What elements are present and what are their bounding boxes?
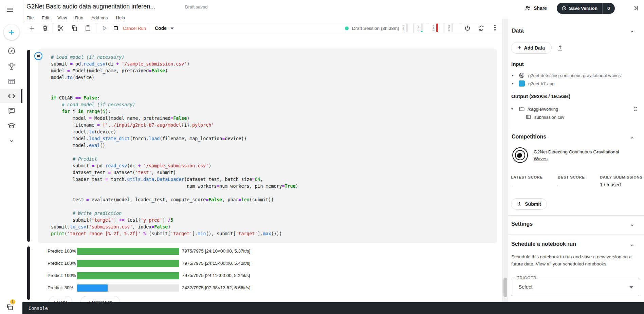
- sidebar-more-icon[interactable]: [6, 135, 17, 147]
- notebook-title[interactable]: G2Net Basic audio data augmentation infe…: [26, 3, 155, 10]
- refresh-output-icon[interactable]: [633, 106, 638, 112]
- stop-run-button[interactable]: [112, 24, 119, 32]
- data-collapse-icon[interactable]: [629, 29, 635, 34]
- competition-name-line2[interactable]: Waves: [534, 155, 636, 162]
- run-cell-button[interactable]: [101, 24, 108, 32]
- copy-cell-icon[interactable]: [71, 24, 78, 32]
- code-line: submit = pd.read_csv(di + '/sample_submi…: [51, 61, 497, 68]
- trigger-select[interactable]: TRIGGER Select: [511, 278, 639, 296]
- progress-row: Predict: 30%2432/7975 [07:38<13:52, 6.66…: [48, 284, 421, 292]
- panel-scrollbar-thumb[interactable]: [503, 278, 507, 297]
- cancel-run-button[interactable]: Cancel Run: [123, 26, 146, 31]
- cut-cell-icon[interactable]: [57, 24, 64, 32]
- upload-data-icon[interactable]: [557, 44, 564, 51]
- progress-label: Predict: 100%: [48, 273, 76, 278]
- sidebar-item-code[interactable]: [6, 90, 17, 102]
- schedule-collapse-icon[interactable]: [629, 242, 635, 248]
- dataset-icon: [519, 80, 525, 87]
- sidebar-item-home[interactable]: [6, 45, 17, 57]
- code-cell[interactable]: # Load model (if necessary)submit = pd.r…: [38, 49, 497, 243]
- sidebar-item-competitions[interactable]: [6, 61, 17, 72]
- output-cell-focus-bar[interactable]: [27, 246, 30, 300]
- cell-running-indicator[interactable]: [34, 52, 42, 60]
- folder-icon: [519, 106, 525, 112]
- input-item-dataset[interactable]: ▸ g2net-b7-aug: [512, 80, 641, 87]
- share-icon: [525, 5, 531, 11]
- code-line: # Load model (if necessary): [51, 101, 497, 108]
- draft-saved-status: Draft saved: [185, 4, 207, 10]
- menu-help[interactable]: Help: [116, 15, 125, 20]
- save-version-count[interactable]: 0: [603, 6, 615, 11]
- sidebar-item-discussions[interactable]: [6, 105, 17, 117]
- code-line: model.load_state_dict(torch.load(filenam…: [51, 135, 497, 142]
- competitions-collapse-icon[interactable]: [629, 135, 635, 141]
- collapse-caret-icon[interactable]: ▾: [511, 107, 513, 111]
- sidebar-item-learn[interactable]: [6, 120, 17, 131]
- schedule-clock-icon: [562, 6, 567, 11]
- cell-type-caret-icon[interactable]: [170, 27, 174, 30]
- menu-addons[interactable]: Add-ons: [91, 15, 108, 20]
- code-cell-focus-bar[interactable]: [27, 50, 30, 242]
- panel-divider: [508, 215, 644, 216]
- latest-score-value: -: [511, 182, 513, 187]
- cell-type-dropdown[interactable]: Code: [155, 25, 167, 31]
- trigger-value: Select: [518, 284, 533, 290]
- more-options-icon[interactable]: [494, 24, 496, 31]
- panel-divider: [508, 128, 644, 128]
- expand-caret-icon[interactable]: ▸: [512, 73, 514, 77]
- toolbar-bottom-border: [23, 35, 502, 35]
- schedule-title: Schedule a notebook run: [511, 241, 576, 247]
- sidebar-item-datasets[interactable]: [6, 76, 17, 87]
- paste-cell-icon[interactable]: [85, 24, 91, 32]
- create-button[interactable]: [4, 24, 19, 40]
- competition-link[interactable]: G2Net Detecting Continuous Gravitational…: [534, 149, 636, 162]
- hamburger-menu-icon[interactable]: [7, 7, 13, 13]
- power-session-icon[interactable]: [464, 24, 471, 32]
- scheduled-notebooks-link[interactable]: View all your scheduled notebooks.: [536, 261, 607, 266]
- settings-expand-icon[interactable]: [629, 222, 635, 228]
- code-line: num_workers=num_workers, pin_memory=True…: [51, 183, 497, 190]
- menu-run[interactable]: Run: [75, 15, 83, 20]
- panel-scrollbar-track[interactable]: [502, 19, 508, 302]
- trigger-caret-icon[interactable]: [629, 286, 633, 289]
- output-section-title: Output (292KB / 19.5GB): [511, 93, 570, 99]
- output-file-row[interactable]: submission.csv: [511, 114, 640, 121]
- input-item-label: g2net-b7-aug: [528, 81, 554, 86]
- console-bar[interactable]: Console: [22, 302, 644, 314]
- resource-meter-ram: RAM: [433, 23, 438, 32]
- competition-name-line1[interactable]: G2Net Detecting Continuous Gravitational: [534, 149, 636, 155]
- code-line: model.to(device): [51, 74, 497, 81]
- code-line: model.eval(): [51, 142, 497, 149]
- progress-info: 7975/7975 [24:11<00:00, 5.24it/s]: [182, 273, 250, 278]
- code-line: # Predict: [51, 156, 497, 163]
- input-item-competition[interactable]: ▸ g2net-detecting-continuous-gravitation…: [512, 72, 641, 79]
- progress-label: Predict: 30%: [48, 285, 74, 290]
- menu-view[interactable]: View: [57, 15, 67, 20]
- competitions-title: Competitions: [512, 134, 546, 140]
- restart-session-icon[interactable]: [478, 24, 485, 32]
- progress-bar: [77, 272, 179, 279]
- code-line: print('target range [%.2f, %.2f]' % (sub…: [51, 230, 497, 237]
- save-version-button[interactable]: Save Version 0: [557, 3, 615, 14]
- progress-row: Predict: 100%7975/7975 [24:11<00:00, 5.2…: [48, 272, 421, 280]
- output-dir-row[interactable]: ▾ /kaggle/working: [511, 106, 640, 112]
- menu-file[interactable]: File: [26, 15, 34, 20]
- delete-cell-button[interactable]: [42, 24, 49, 32]
- expand-caret-icon[interactable]: ▸: [512, 81, 514, 85]
- code-line: [51, 190, 497, 197]
- code-line: test = evaluate(model, loader_test, comp…: [51, 197, 497, 203]
- resource-meter-gpu: GPU: [448, 23, 453, 32]
- add-data-button[interactable]: + Add Data: [511, 42, 552, 54]
- trigger-label: TRIGGER: [515, 276, 538, 280]
- share-button[interactable]: Share: [525, 4, 547, 12]
- best-score-value: -: [558, 182, 559, 187]
- code-line: submit = pd.read_csv(di + '/sample_submi…: [51, 163, 497, 169]
- session-status[interactable]: Draft Session (3h:38m): [345, 26, 399, 31]
- submit-button[interactable]: Submit: [511, 198, 547, 210]
- collapse-panel-icon[interactable]: [632, 4, 640, 12]
- resource-meter-cpu: CPU: [418, 23, 423, 32]
- best-score-label: BEST SCORE: [558, 175, 585, 179]
- menu-edit[interactable]: Edit: [42, 15, 49, 20]
- code-lines[interactable]: # Load model (if necessary)submit = pd.r…: [38, 49, 497, 237]
- add-cell-button[interactable]: [28, 24, 36, 32]
